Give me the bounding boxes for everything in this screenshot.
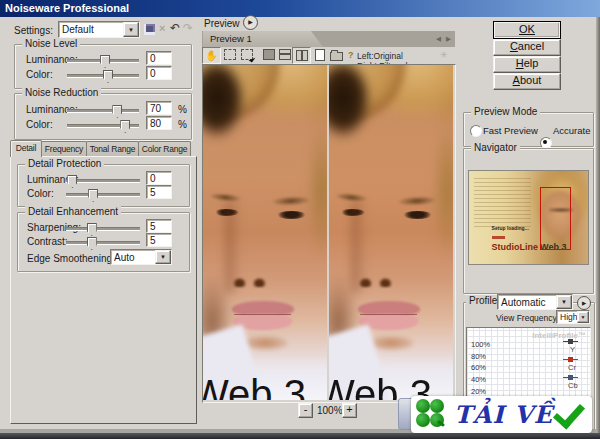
window-title: Noiseware Professional [5,2,129,14]
dp-luminance-slider[interactable] [66,179,140,183]
preview-menu-icon[interactable]: ▶ [243,15,258,30]
chart-ylabel: 60% [471,364,486,372]
zoom-level: 100% [317,404,343,417]
fast-preview-label[interactable]: Fast Preview [483,125,538,136]
chevron-down-icon[interactable]: ▼ [155,250,171,264]
preview-pane-filtered[interactable]: Web 3 [329,65,453,400]
nr-color-unit: % [178,118,187,131]
preview-mode-title: Preview Mode [471,106,540,118]
help-button[interactable]: Help [493,56,561,73]
de-contrast-slider[interactable] [66,241,140,245]
slider-thumb[interactable] [88,189,98,202]
profile-menu-icon[interactable]: ▶ [577,296,591,310]
settings-dropdown[interactable]: Default ▼ [58,21,140,38]
checkmark-icon [553,397,585,430]
settings-label: Settings: [14,24,53,37]
de-sharpening-slider[interactable] [66,227,140,231]
zoom-out-button[interactable]: - [298,403,313,418]
noise-level-group: Noise Level Luminance: 0 Color: 0 [14,44,192,89]
splash-text-original: Web 3 [203,374,306,400]
nl-color-label: Color: [26,68,53,81]
title-bar[interactable]: Noiseware Professional [0,0,600,17]
chevron-down-icon[interactable]: ▼ [556,295,572,309]
chart-ylabel: 100% [471,341,490,349]
download-watermark: TẢI VỀ [411,396,592,433]
marquee-tool-icon[interactable] [221,47,238,62]
detail-enhancement-title: Detail Enhancement [25,206,121,218]
nr-luminance-slider[interactable] [67,109,139,113]
profile-dropdown[interactable]: Automatic ▼ [497,294,573,310]
chart-ylabel: 40% [471,376,486,384]
slider-thumb[interactable] [120,120,130,133]
preview-toolbar: ✋ ? Left:Original Right:Filtered ✳ [202,47,455,64]
window-shadow [0,433,600,439]
redo-icon[interactable]: ↷ [183,21,193,35]
single-view-icon[interactable] [260,47,277,62]
edge-smoothening-dropdown[interactable]: Auto ▼ [110,249,172,265]
nl-luminance-slider[interactable] [67,59,139,63]
tab-color-range[interactable]: Color Range [138,141,191,156]
de-sharpening-value[interactable]: 5 [146,219,172,233]
view-frequency-value: High [557,311,577,324]
tab-frequency[interactable]: Frequency [41,141,87,156]
fast-preview-radio[interactable] [470,125,482,137]
slider-thumb[interactable] [87,237,97,250]
slider-thumb[interactable] [100,55,110,68]
ok-button[interactable]: OK [493,21,561,39]
dp-color-slider[interactable] [66,193,140,197]
tab-tonal-range[interactable]: Tonal Range [86,141,139,156]
chart-ylabel: 80% [471,353,486,361]
noiseware-dialog: Noiseware Professional Settings: Default… [0,0,600,439]
nl-luminance-value[interactable]: 0 [146,51,172,65]
about-button[interactable]: About [493,73,561,90]
navigator-thumbnail[interactable]: Setup loading... StudioLineWeb 3 [468,170,589,265]
slider-thumb[interactable] [103,70,113,83]
clover-icon [415,398,446,430]
delete-settings-icon[interactable]: × [159,22,165,34]
chevron-down-icon[interactable]: ▼ [123,22,139,37]
zoom-in-button[interactable]: + [342,403,357,418]
tab-detail[interactable]: Detail [10,140,42,157]
navigator-view-rect[interactable] [540,187,571,250]
tab-scroll-left-icon[interactable]: ◀ [436,35,441,43]
accurate-label[interactable]: Accurate [553,125,591,136]
filtered-photo: Web 3 [329,65,453,400]
dp-luminance-value[interactable]: 0 [146,171,172,185]
vertical-split-view-icon[interactable] [292,47,311,64]
noise-reduction-title: Noise Reduction [22,87,101,99]
window-edge-right [596,17,600,433]
nl-color-slider[interactable] [67,74,139,78]
cancel-button[interactable]: Cancel [493,39,561,56]
chevron-down-icon[interactable]: ▼ [577,311,589,323]
preview-tab[interactable]: Preview 1 [203,31,323,47]
hand-tool-icon[interactable]: ✋ [202,47,221,64]
undo-icon[interactable]: ↶ [170,21,180,35]
legend-label-cr: Cr [568,364,576,372]
detail-protection-group: Detail Protection Luminance: 0 Color: 5 [17,164,190,207]
new-preview-icon[interactable] [311,47,328,62]
crop-preview-tool-icon[interactable] [238,47,255,62]
horizontal-split-view-icon[interactable] [276,47,293,62]
help-hint-icon[interactable]: ? [348,50,354,60]
dp-color-label: Color: [27,187,54,200]
tab-scroll-right-icon[interactable]: ▶ [446,35,451,43]
de-contrast-label: Contrast: [27,235,68,248]
save-settings-icon[interactable] [144,24,155,35]
slider-thumb[interactable] [87,223,97,236]
nr-color-value[interactable]: 80 [146,116,172,130]
folder-icon[interactable] [328,47,345,62]
noise-level-title: Noise Level [22,38,80,50]
navigator-title: Navigator [471,142,520,154]
preview-pane-original[interactable]: Web 3 [203,65,327,400]
slider-thumb[interactable] [67,175,77,188]
chart-ylabel: 20% [471,388,486,396]
nl-color-value[interactable]: 0 [146,66,172,80]
edge-smoothening-value: Auto [111,251,155,264]
edge-smoothening-label: Edge Smoothening: [27,252,115,265]
view-frequency-dropdown[interactable]: High ▼ [556,310,590,324]
nr-color-slider[interactable] [67,124,139,128]
nr-luminance-value[interactable]: 70 [146,101,172,115]
de-contrast-value[interactable]: 5 [146,233,172,247]
slider-thumb[interactable] [112,105,122,118]
dp-color-value[interactable]: 5 [146,185,172,199]
